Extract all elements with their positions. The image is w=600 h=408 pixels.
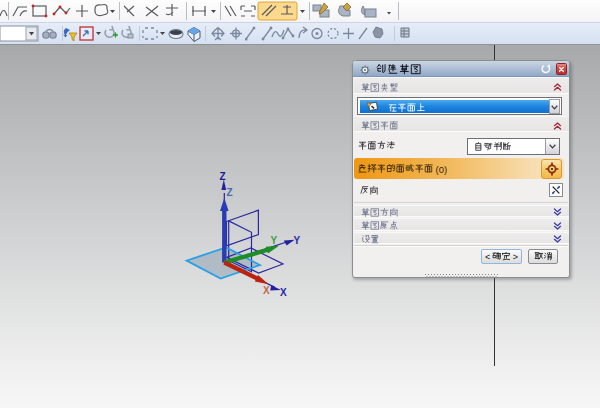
- svg-text:X: X: [263, 285, 270, 296]
- svg-text:Z: Z: [227, 187, 233, 198]
- svg-text:Y: Y: [294, 235, 301, 246]
- svg-text:X: X: [280, 287, 287, 298]
- svg-text:Z: Z: [220, 171, 226, 182]
- svg-text:Y: Y: [271, 235, 278, 246]
